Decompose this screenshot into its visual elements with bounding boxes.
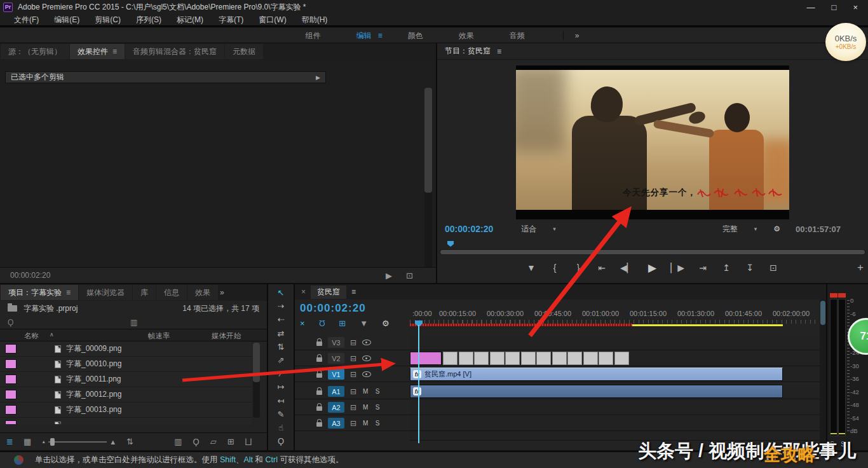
- sync-lock-icon[interactable]: ⊟: [350, 370, 356, 379]
- slide-tool[interactable]: ↤: [278, 396, 285, 407]
- menu-item[interactable]: 帮助(H): [294, 15, 336, 25]
- delete-button[interactable]: ⨆: [245, 437, 252, 447]
- add-marker-icon[interactable]: ▼: [360, 319, 368, 328]
- subtitle-clip[interactable]: [443, 352, 458, 365]
- tab-metadata[interactable]: 元数据: [225, 44, 263, 59]
- track-select-forward-tool[interactable]: ⇢: [278, 301, 285, 312]
- subtitle-clip-group[interactable]: [443, 352, 629, 365]
- go-to-in-button[interactable]: ⇤: [597, 263, 607, 273]
- track-lock-icon[interactable]: [316, 422, 322, 427]
- track-lane-a3[interactable]: [410, 416, 820, 431]
- mark-out-button[interactable]: }: [573, 263, 583, 273]
- subtitle-clip[interactable]: [583, 352, 598, 365]
- selected-subtitle-clip[interactable]: [410, 352, 442, 365]
- project-item-row-partial[interactable]: [0, 418, 252, 424]
- effect-controls-scrollbar[interactable]: [424, 88, 432, 279]
- video-clip-v1[interactable]: fx 贫民窟.mp4 [V]: [410, 368, 783, 381]
- sort-ascending-icon[interactable]: ∧: [50, 331, 54, 338]
- list-view-button[interactable]: ≣: [6, 437, 13, 446]
- play-audio-icon[interactable]: ▶: [386, 271, 392, 280]
- track-target-v3[interactable]: V3: [328, 337, 344, 348]
- panel-menu-icon[interactable]: ≡: [66, 288, 71, 297]
- razor-tool[interactable]: ∕: [280, 369, 281, 380]
- zoom-out-icon[interactable]: ▲: [41, 439, 46, 444]
- track-lane-a2[interactable]: [410, 400, 820, 415]
- toggle-track-output-icon[interactable]: [362, 355, 371, 361]
- program-playhead[interactable]: [447, 241, 454, 247]
- rate-stretch-tool[interactable]: ⇗: [278, 355, 285, 366]
- mark-in-button[interactable]: {: [550, 263, 560, 273]
- close-sequence-icon[interactable]: ×: [301, 287, 306, 296]
- add-marker-button[interactable]: ▼: [526, 263, 536, 273]
- timeline-timecode[interactable]: 00:00:02:20: [300, 302, 366, 315]
- track-lane-v1[interactable]: fx 贫民窟.mp4 [V]: [410, 367, 820, 382]
- subtitle-clip[interactable]: [490, 352, 505, 365]
- slider-knob[interactable]: [50, 438, 55, 446]
- track-lane-v2[interactable]: [410, 351, 820, 366]
- subtitle-clip[interactable]: [614, 352, 629, 365]
- new-item-button[interactable]: ⊞: [227, 437, 234, 447]
- menu-item[interactable]: 标记(M): [169, 15, 211, 25]
- track-target-v2[interactable]: V2: [328, 353, 344, 364]
- program-scrub-lane[interactable]: [440, 240, 865, 249]
- track-lock-icon[interactable]: [316, 406, 322, 411]
- effect-controls-timecode[interactable]: 00:00:02:20: [10, 271, 50, 280]
- minimize-button[interactable]: —: [807, 3, 815, 12]
- insert-overwrite-nested-icon[interactable]: ×: [300, 319, 305, 328]
- extract-button[interactable]: ↧: [745, 263, 755, 273]
- tab-effects[interactable]: 效果: [187, 285, 218, 300]
- lift-button[interactable]: ↥: [721, 263, 731, 273]
- play-button[interactable]: ▶: [648, 261, 658, 275]
- clip-indicator-right[interactable]: [838, 293, 846, 298]
- sync-lock-icon[interactable]: ⊟: [350, 403, 356, 412]
- pen-tool[interactable]: ✎: [278, 410, 285, 420]
- sequence-tab[interactable]: 贫民窟: [311, 286, 346, 299]
- slip-tool[interactable]: ↦: [278, 382, 285, 393]
- tab-source-monitor[interactable]: 源：（无剪辑）: [1, 44, 69, 59]
- tab-project[interactable]: 项目：字幕实验≡: [1, 285, 78, 300]
- tab-info[interactable]: 信息: [156, 285, 187, 300]
- toggle-track-output-icon[interactable]: [362, 371, 371, 377]
- timeline-scrollbar[interactable]: [820, 299, 826, 450]
- mute-track-button[interactable]: M: [362, 404, 369, 411]
- new-bin-button[interactable]: ▱: [210, 437, 217, 447]
- snap-icon[interactable]: Ω: [319, 319, 325, 328]
- solo-track-button[interactable]: S: [374, 420, 381, 427]
- sync-lock-icon[interactable]: ⊟: [350, 419, 356, 428]
- ripple-edit-tool[interactable]: ⇄: [278, 329, 285, 340]
- track-select-backward-tool[interactable]: ⇠: [278, 315, 285, 326]
- sort-icons-button[interactable]: ⇅: [126, 437, 133, 446]
- program-monitor-title[interactable]: 节目：贫民窟: [445, 46, 491, 57]
- tab-audio-clip-mixer[interactable]: 音频剪辑混合器：贫民窟: [125, 44, 224, 59]
- program-zoom-scrollbar[interactable]: [440, 249, 865, 255]
- menu-item[interactable]: 字幕(T): [211, 15, 251, 25]
- workspace-overflow-icon[interactable]: »: [563, 31, 580, 40]
- icon-view-button[interactable]: ▦: [24, 437, 31, 446]
- track-lane-v3[interactable]: [410, 335, 820, 350]
- project-item-row[interactable]: 字幕_00009.png: [0, 341, 252, 357]
- menu-item[interactable]: 序列(S): [128, 15, 169, 25]
- project-item-row[interactable]: 字幕_00011.png: [0, 372, 252, 387]
- timeline-settings-icon[interactable]: ⚙: [382, 319, 390, 328]
- workspace-tab-audio[interactable]: 音频: [493, 29, 541, 43]
- track-target-a1[interactable]: A1: [328, 386, 344, 397]
- track-lock-icon[interactable]: [316, 373, 322, 378]
- subtitle-clip[interactable]: [505, 352, 520, 365]
- program-timecode[interactable]: 00:00:02:20: [445, 224, 493, 234]
- scrollbar-thumb[interactable]: [253, 343, 260, 382]
- close-button[interactable]: ×: [853, 3, 858, 12]
- restore-button[interactable]: □: [832, 3, 837, 12]
- automate-to-sequence-button[interactable]: ▥: [174, 437, 182, 447]
- subtitle-clip[interactable]: [521, 352, 536, 365]
- subtitle-clip[interactable]: [536, 352, 551, 365]
- zoom-in-icon[interactable]: ▲: [109, 438, 116, 446]
- linked-selection-icon[interactable]: ⊞: [339, 319, 346, 328]
- scrollbar-thumb[interactable]: [440, 250, 865, 254]
- column-framerate[interactable]: 帧速率: [148, 331, 170, 341]
- panel-menu-icon[interactable]: ≡: [351, 287, 356, 296]
- solo-track-button[interactable]: S: [374, 388, 381, 395]
- tab-libraries[interactable]: 库: [133, 285, 156, 300]
- panel-menu-icon[interactable]: ≡: [112, 47, 117, 56]
- label-color-chip[interactable]: [5, 405, 17, 415]
- sync-lock-icon[interactable]: ⊟: [350, 387, 356, 396]
